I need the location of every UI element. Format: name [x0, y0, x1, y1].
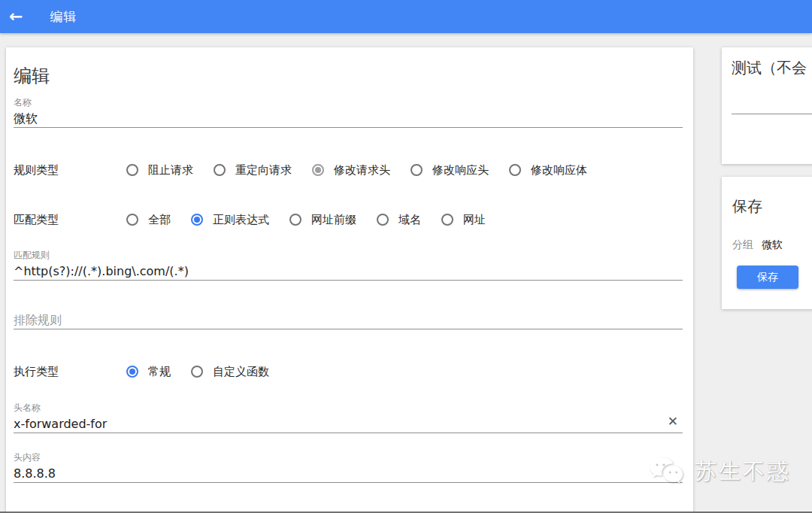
app-bar-title: 编辑 — [50, 8, 77, 26]
radio-icon — [289, 214, 301, 226]
exec-type-label: 执行类型 — [14, 365, 126, 379]
watermark-text: 苏生不惑 — [695, 457, 791, 487]
exclude-rule-field[interactable]: 排除规则 — [14, 313, 683, 329]
header-value-label: 头内容 — [14, 452, 683, 463]
save-card-title: 保存 — [732, 196, 812, 217]
edit-panel: 编辑 名称 微软 规则类型 阻止请求 重定向请求 修改请求头 修改响应头 修改响… — [6, 47, 693, 513]
test-input[interactable] — [732, 114, 812, 114]
save-button[interactable]: 保存 — [737, 266, 798, 289]
header-name-field[interactable]: 头名称 x-forwarded-for ✕ — [14, 402, 683, 433]
exclude-rule-placeholder[interactable]: 排除规则 — [14, 313, 683, 327]
back-arrow-icon[interactable]: ← — [9, 8, 23, 25]
radio-option-url[interactable]: 网址 — [441, 213, 486, 227]
radio-icon — [214, 164, 226, 176]
radio-icon — [126, 164, 138, 176]
radio-icon — [441, 214, 453, 226]
radio-option-modify-request-header[interactable]: 修改请求头 — [312, 163, 390, 178]
clear-icon[interactable]: ✕ — [668, 415, 678, 428]
group-row: 分组 微软 — [732, 238, 812, 252]
save-card: 保存 分组 微软 保存 — [722, 177, 812, 309]
match-type-row: 匹配类型 全部 正则表达式 网址前缀 域名 网址 — [14, 212, 683, 227]
radio-option-domain[interactable]: 域名 — [377, 213, 421, 227]
header-name-value[interactable]: x-forwarded-for — [14, 417, 683, 431]
radio-icon — [509, 164, 521, 176]
group-label: 分组 — [732, 238, 753, 252]
radio-selected-icon — [126, 366, 138, 378]
radio-option-custom-function[interactable]: 自定义函数 — [191, 365, 269, 379]
page-title: 编辑 — [14, 65, 683, 87]
match-rule-label: 匹配规则 — [14, 250, 683, 260]
test-card: 测试（不会 — [722, 47, 812, 164]
radio-option-normal[interactable]: 常规 — [126, 365, 171, 379]
group-value[interactable]: 微软 — [762, 238, 783, 252]
name-field-label: 名称 — [14, 97, 683, 108]
header-name-label: 头名称 — [14, 402, 683, 413]
radio-selected-icon — [312, 164, 324, 176]
name-field-value[interactable]: 微软 — [14, 111, 683, 126]
match-rule-field[interactable]: 匹配规则 ^http(s?)://(.*).bing\.com/(.*) — [14, 250, 683, 281]
app-bar: ← 编辑 — [0, 0, 812, 33]
name-field[interactable]: 名称 微软 — [14, 97, 683, 128]
exec-type-row: 执行类型 常规 自定义函数 — [14, 364, 683, 379]
header-value-value[interactable]: 8.8.8.8 — [14, 466, 683, 481]
test-card-title: 测试（不会 — [732, 58, 812, 78]
radio-option-redirect-request[interactable]: 重定向请求 — [214, 163, 292, 178]
radio-option-url-prefix[interactable]: 网址前缀 — [289, 213, 356, 227]
radio-icon — [191, 366, 203, 378]
radio-icon — [411, 164, 423, 176]
radio-option-block-request[interactable]: 阻止请求 — [126, 163, 193, 178]
radio-option-modify-response-header[interactable]: 修改响应头 — [411, 163, 489, 178]
radio-icon — [126, 214, 138, 226]
radio-option-modify-response-body[interactable]: 修改响应体 — [509, 163, 587, 178]
match-type-label: 匹配类型 — [14, 213, 126, 227]
radio-option-regex[interactable]: 正则表达式 — [191, 213, 269, 227]
radio-option-all[interactable]: 全部 — [126, 213, 171, 227]
rule-type-label: 规则类型 — [14, 163, 126, 178]
match-rule-value[interactable]: ^http(s?)://(.*).bing\.com/(.*) — [14, 264, 683, 278]
rule-type-row: 规则类型 阻止请求 重定向请求 修改请求头 修改响应头 修改响应体 — [14, 162, 683, 178]
radio-selected-icon — [191, 214, 203, 226]
header-value-field[interactable]: 头内容 8.8.8.8 — [14, 452, 683, 483]
radio-icon — [377, 214, 389, 226]
